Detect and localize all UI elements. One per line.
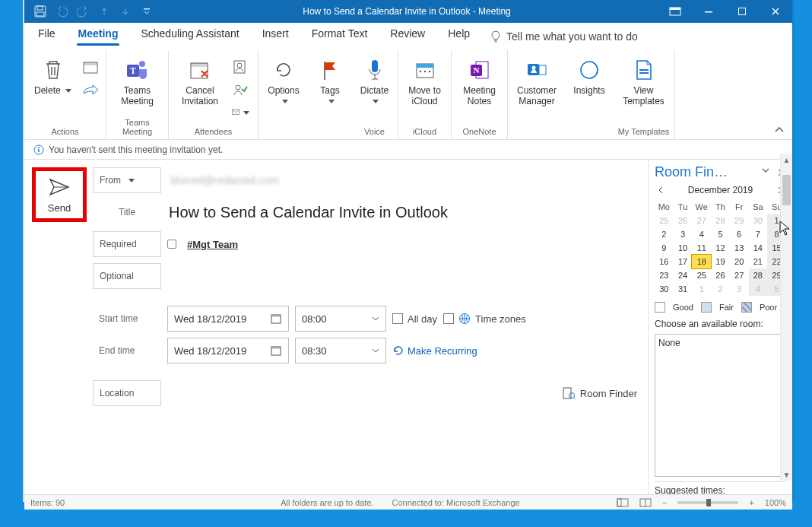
close-button[interactable] (759, 0, 792, 23)
calendar-day[interactable]: 25 (655, 214, 674, 227)
start-date-picker[interactable]: Wed 18/12/2019 (167, 306, 289, 332)
tab-help[interactable]: Help (439, 23, 479, 50)
calendar-day[interactable]: 2 (711, 282, 730, 296)
calendar-day[interactable]: 3 (730, 282, 749, 296)
calendar-day[interactable]: 6 (730, 227, 749, 241)
tab-meeting[interactable]: Meeting (69, 23, 128, 50)
mini-calendar[interactable]: MoTuWeThFrSaSu 2526272829301234567891011… (655, 200, 786, 296)
calendar-day[interactable]: 14 (749, 241, 768, 255)
available-rooms-list[interactable]: None (655, 334, 786, 477)
forward-mini-icon[interactable] (81, 81, 100, 99)
zoom-out-icon[interactable]: − (662, 498, 667, 507)
title-input[interactable]: How to Send a Calendar Invite in Outlook (167, 204, 448, 221)
move-to-icloud-button[interactable]: Move to iCloud (403, 55, 446, 106)
zoom-slider[interactable] (677, 501, 738, 504)
send-button[interactable]: Send (32, 167, 87, 222)
required-attendee-chip[interactable]: #Mgt Team (186, 239, 238, 250)
calendar-day[interactable]: 31 (674, 282, 693, 296)
teams-meeting-button[interactable]: T Teams Meeting (113, 55, 162, 106)
time-zones-checkbox[interactable] (443, 313, 454, 324)
calendar-day[interactable]: 28 (711, 214, 730, 227)
make-recurring-link[interactable]: Make Recurring (392, 344, 477, 357)
expand-group-icon[interactable] (167, 240, 176, 249)
calendar-day[interactable]: 26 (711, 268, 730, 282)
view-reading-icon[interactable] (639, 498, 652, 507)
all-day-checkbox[interactable] (392, 313, 403, 324)
calendar-day[interactable]: 29 (730, 214, 749, 227)
scroll-down-icon[interactable]: ▼ (781, 468, 792, 481)
options-button[interactable]: Options (263, 55, 304, 106)
from-button[interactable]: From (93, 167, 161, 193)
cancel-invitation-button[interactable]: Cancel Invitation (173, 55, 227, 106)
ribbon-display-options-icon[interactable] (658, 0, 692, 23)
tab-insert[interactable]: Insert (253, 23, 298, 50)
calendar-day[interactable]: 25 (692, 268, 711, 282)
view-normal-icon[interactable] (617, 498, 629, 507)
qat-up-arrow-icon[interactable] (96, 3, 113, 20)
calendar-day[interactable]: 27 (692, 214, 711, 227)
calendar-day[interactable]: 11 (692, 241, 711, 255)
optional-button[interactable]: Optional (93, 263, 161, 289)
calendar-day[interactable]: 18 (692, 255, 711, 268)
calendar-day[interactable]: 10 (674, 241, 693, 255)
calendar-day[interactable]: 19 (711, 255, 730, 268)
end-date-picker[interactable]: Wed 18/12/2019 (167, 338, 289, 364)
calendar-day[interactable]: 26 (674, 214, 693, 227)
required-button[interactable]: Required (93, 231, 161, 257)
meeting-notes-button[interactable]: N Meeting Notes (456, 55, 503, 106)
check-names-icon[interactable] (231, 81, 249, 99)
calendar-day[interactable]: 13 (730, 241, 749, 255)
insights-button[interactable]: Insights (570, 55, 608, 96)
address-book-icon[interactable] (231, 58, 249, 76)
calendar-day[interactable]: 27 (730, 268, 749, 282)
zoom-in-icon[interactable]: + (749, 498, 753, 507)
tags-button[interactable]: Tags (313, 55, 347, 106)
scroll-up-icon[interactable]: ▲ (781, 154, 792, 166)
calendar-day[interactable]: 5 (711, 227, 730, 241)
delete-button[interactable]: Delete (29, 55, 77, 96)
room-list-item-none[interactable]: None (658, 338, 782, 348)
pane-options-icon[interactable] (762, 168, 769, 177)
end-time-picker[interactable]: 08:30 (295, 338, 386, 364)
tab-format-text[interactable]: Format Text (303, 23, 377, 50)
view-templates-button[interactable]: View Templates (620, 55, 668, 106)
minimize-button[interactable] (692, 0, 725, 23)
collapse-ribbon-icon[interactable] (774, 125, 785, 135)
save-icon[interactable] (32, 3, 49, 20)
calendar-day[interactable]: 4 (749, 282, 768, 296)
tell-me-search[interactable]: Tell me what you want to do (484, 30, 644, 43)
calendar-day[interactable]: 24 (674, 268, 693, 282)
response-options-icon[interactable] (231, 103, 249, 122)
pane-scrollbar[interactable]: ▲ ▼ (780, 154, 792, 481)
calendar-mini-icon[interactable] (81, 58, 100, 76)
calendar-day[interactable]: 17 (674, 255, 693, 268)
calendar-day[interactable]: 30 (655, 282, 674, 296)
calendar-day[interactable]: 16 (655, 255, 674, 268)
redo-icon[interactable] (75, 3, 91, 20)
optional-input[interactable] (167, 263, 640, 289)
scroll-thumb[interactable] (782, 175, 791, 205)
customer-manager-button[interactable]: Customer Manager (512, 55, 561, 106)
room-finder-button[interactable]: Room Finder (562, 386, 637, 400)
calendar-day[interactable]: 28 (749, 268, 768, 282)
tab-review[interactable]: Review (381, 23, 434, 50)
calendar-day[interactable]: 20 (730, 255, 749, 268)
calendar-day[interactable]: 21 (749, 255, 768, 268)
calendar-day[interactable]: 23 (655, 268, 674, 282)
prev-month-icon[interactable] (658, 186, 664, 194)
calendar-day[interactable]: 9 (655, 241, 674, 255)
calendar-day[interactable]: 12 (711, 241, 730, 255)
undo-icon[interactable] (53, 3, 70, 20)
calendar-day[interactable]: 2 (655, 227, 674, 241)
calendar-day[interactable]: 7 (749, 227, 768, 241)
calendar-day[interactable]: 30 (749, 214, 768, 227)
tab-scheduling-assistant[interactable]: Scheduling Assistant (132, 23, 248, 50)
qat-customize-icon[interactable] (138, 3, 155, 20)
calendar-day[interactable]: 3 (674, 227, 693, 241)
tab-file[interactable]: File (29, 23, 65, 50)
start-time-picker[interactable]: 08:00 (295, 306, 386, 332)
dictate-button[interactable]: Dictate (356, 55, 393, 106)
qat-down-arrow-icon[interactable] (117, 3, 134, 20)
calendar-day[interactable]: 4 (692, 227, 711, 241)
location-button[interactable]: Location (93, 380, 161, 406)
